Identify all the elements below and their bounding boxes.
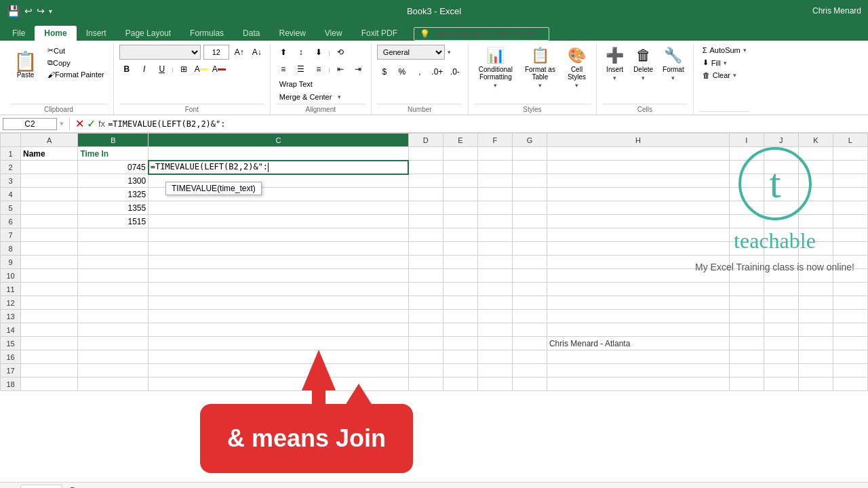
row-header-6[interactable]: 6 <box>1 215 21 228</box>
align-bottom-button[interactable]: ⬇ <box>311 45 326 60</box>
cell-A18[interactable] <box>21 378 78 391</box>
bold-button[interactable]: B <box>119 62 134 77</box>
cell-D14[interactable] <box>408 323 443 337</box>
text-orientation-button[interactable]: ⟲ <box>333 45 348 60</box>
cell-B4[interactable]: 1325 <box>78 188 149 201</box>
align-left-button[interactable]: ≡ <box>276 62 291 77</box>
format-as-table-button[interactable]: 📋 Format asTable ▾ <box>520 45 560 91</box>
cell-A2[interactable] <box>21 161 78 174</box>
font-name-select[interactable] <box>119 45 201 60</box>
redo-icon[interactable]: ↪ <box>37 5 45 16</box>
cell-G2[interactable] <box>512 161 547 174</box>
accounting-button[interactable]: $ <box>377 64 392 79</box>
delete-button[interactable]: 🗑 Delete ▾ <box>630 45 656 83</box>
cell-H11[interactable] <box>547 283 729 296</box>
cell-F9[interactable] <box>477 256 512 269</box>
cell-G1[interactable] <box>512 147 547 161</box>
clear-dropdown[interactable]: ▾ <box>733 72 736 79</box>
cell-E5[interactable] <box>443 201 477 215</box>
cell-D11[interactable] <box>408 283 443 296</box>
col-header-l[interactable]: L <box>833 134 867 147</box>
cell-H16[interactable] <box>547 350 729 364</box>
cell-B11[interactable] <box>78 283 149 296</box>
format-dropdown[interactable]: ▾ <box>671 75 675 81</box>
paste-button[interactable]: 📋 Paste <box>9 51 41 80</box>
cell-A11[interactable] <box>21 283 78 296</box>
cell-D5[interactable] <box>408 201 443 215</box>
row-header-14[interactable]: 14 <box>1 323 21 337</box>
cell-E4[interactable] <box>443 188 477 201</box>
cell-C1[interactable] <box>149 147 409 161</box>
decimal-decrease-button[interactable]: .0- <box>448 64 462 79</box>
cell-J12[interactable] <box>764 296 798 310</box>
insert-button[interactable]: ➕ Insert ▾ <box>602 45 627 83</box>
cell-C14[interactable] <box>149 323 409 337</box>
italic-button[interactable]: I <box>137 62 152 77</box>
cell-H17[interactable] <box>547 364 729 378</box>
tab-formulas[interactable]: Formulas <box>180 26 233 41</box>
col-header-c[interactable]: C <box>149 134 409 147</box>
row-header-3[interactable]: 3 <box>1 174 21 188</box>
cell-C7[interactable] <box>149 228 409 242</box>
autosum-dropdown[interactable]: ▾ <box>743 47 747 54</box>
cell-A12[interactable] <box>21 296 78 310</box>
cell-B3[interactable]: 1300 <box>78 174 149 188</box>
cell-B17[interactable] <box>78 364 149 378</box>
cell-L17[interactable] <box>833 364 867 378</box>
cell-B18[interactable] <box>78 378 149 391</box>
cell-A7[interactable] <box>21 228 78 242</box>
tab-page-layout[interactable]: Page Layout <box>116 26 180 41</box>
cell-L18[interactable] <box>833 378 867 391</box>
col-header-j[interactable]: J <box>764 134 798 147</box>
cell-H15[interactable]: Chris Menard - Atlanta <box>547 337 729 350</box>
cell-D17[interactable] <box>408 364 443 378</box>
cell-H18[interactable] <box>547 378 729 391</box>
cell-K16[interactable] <box>798 350 833 364</box>
cell-F13[interactable] <box>477 310 512 323</box>
cell-C17[interactable] <box>149 364 409 378</box>
cell-D7[interactable] <box>408 228 443 242</box>
copy-button[interactable]: ⧉ Copy <box>44 57 108 68</box>
cell-A8[interactable] <box>21 242 78 256</box>
tell-me-input[interactable]: 💡 Tell me what you want to do <box>414 27 549 41</box>
row-header-5[interactable]: 5 <box>1 201 21 215</box>
cell-I14[interactable] <box>729 323 764 337</box>
underline-button[interactable]: U <box>155 62 170 77</box>
cell-F7[interactable] <box>477 228 512 242</box>
font-size-decrease[interactable]: A↓ <box>250 45 264 60</box>
cell-G10[interactable] <box>512 269 547 283</box>
cell-J11[interactable] <box>764 283 798 296</box>
comma-button[interactable]: , <box>412 64 427 79</box>
formula-input[interactable] <box>108 119 865 129</box>
cell-B15[interactable] <box>78 337 149 350</box>
cell-D1[interactable] <box>408 147 443 161</box>
cell-E3[interactable] <box>443 174 477 188</box>
cell-D12[interactable] <box>408 296 443 310</box>
cell-B1[interactable]: Time In <box>78 147 149 161</box>
cell-G16[interactable] <box>512 350 547 364</box>
cell-L11[interactable] <box>833 283 867 296</box>
cell-G6[interactable] <box>512 215 547 228</box>
cell-A6[interactable] <box>21 215 78 228</box>
sheet-tab-sheet1[interactable]: Sheet1 <box>20 485 62 488</box>
cell-I17[interactable] <box>729 364 764 378</box>
cell-A3[interactable] <box>21 174 78 188</box>
cell-K18[interactable] <box>798 378 833 391</box>
number-format-dropdown[interactable]: ▾ <box>448 49 451 56</box>
format-as-table-dropdown[interactable]: ▾ <box>538 82 542 89</box>
cell-C8[interactable] <box>149 242 409 256</box>
cell-L16[interactable] <box>833 350 867 364</box>
row-header-13[interactable]: 13 <box>1 310 21 323</box>
cell-B13[interactable] <box>78 310 149 323</box>
cell-G11[interactable] <box>512 283 547 296</box>
row-header-1[interactable]: 1 <box>1 147 21 161</box>
row-header-7[interactable]: 7 <box>1 228 21 242</box>
cell-F3[interactable] <box>477 174 512 188</box>
cell-E13[interactable] <box>443 310 477 323</box>
tab-home[interactable]: Home <box>35 26 76 41</box>
cell-E18[interactable] <box>443 378 477 391</box>
cell-F8[interactable] <box>477 242 512 256</box>
row-header-18[interactable]: 18 <box>1 378 21 391</box>
decrease-indent-button[interactable]: ⇤ <box>333 62 348 77</box>
tab-review[interactable]: Review <box>269 26 315 41</box>
